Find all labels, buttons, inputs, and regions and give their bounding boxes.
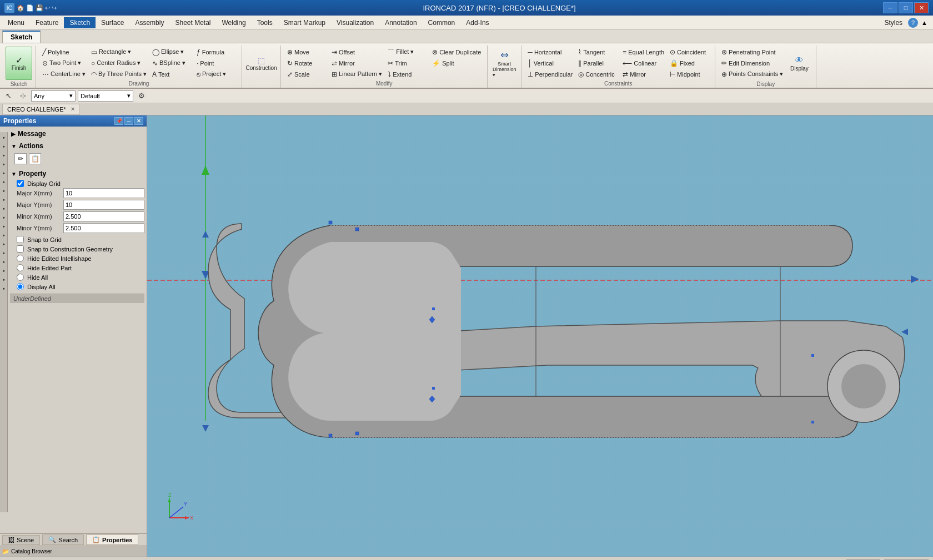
select2-button[interactable]: ⊹ (17, 90, 29, 102)
menu-item-tools[interactable]: Tools (252, 17, 278, 28)
mirror-button[interactable]: ⇌Mirror (329, 58, 385, 68)
action-copy-button[interactable]: 📋 (29, 153, 41, 164)
menu-item-sheetmetal[interactable]: Sheet Metal (169, 17, 216, 28)
mirror-constraint-button[interactable]: ⇄Mirror (620, 69, 667, 79)
project-button[interactable]: ⎋Project ▾ (194, 69, 238, 79)
scale-button[interactable]: ⤢Scale (284, 69, 329, 79)
pin-button[interactable]: 📌 (114, 117, 123, 125)
smart-dimension-button[interactable]: ⇔ Smart Dimension ▾ (491, 47, 518, 80)
tool-16[interactable]: ● (0, 266, 8, 274)
ribbon-tab-sketch[interactable]: Sketch (2, 31, 41, 43)
tool-8[interactable]: ● (0, 195, 8, 203)
split-button[interactable]: ⚡Split (429, 58, 484, 68)
viewport[interactable]: X Y (147, 115, 933, 557)
horizontal-button[interactable]: ─Horizontal (525, 47, 575, 57)
help-button[interactable]: ? (908, 18, 918, 28)
tool-15[interactable]: ● (0, 258, 8, 265)
panel-close-button[interactable]: ✕ (134, 117, 143, 125)
menu-item-feature[interactable]: Feature (30, 17, 64, 28)
creo-challenge-tab[interactable]: CREO CHALLENGE* ✕ (2, 104, 80, 115)
polyline-button[interactable]: ╱Polyline (39, 47, 88, 57)
menu-item-addins[interactable]: Add-Ins (460, 17, 494, 28)
concentric-button[interactable]: ◎Concentric (575, 69, 620, 79)
major-x-input[interactable] (63, 188, 144, 198)
maximize-button[interactable]: □ (899, 2, 913, 13)
hide-all-row[interactable]: Hide All (12, 273, 144, 282)
close-button[interactable]: ✕ (914, 2, 929, 13)
center-radius-button[interactable]: ○Center Radius ▾ (88, 58, 149, 68)
display-grid-row[interactable]: Display Grid (12, 179, 144, 188)
default-dropdown[interactable]: Default ▾ (78, 90, 133, 102)
message-header[interactable]: ▶ Message (10, 129, 144, 139)
type-dropdown[interactable]: Any ▾ (31, 90, 76, 102)
trim-button[interactable]: ✂Trim (385, 58, 429, 68)
point-button[interactable]: ·Point (194, 58, 238, 68)
menu-item-surface[interactable]: Surface (96, 17, 129, 28)
catalog-browser-bar[interactable]: 📂 Catalog Browser (0, 546, 147, 557)
minor-y-input[interactable] (63, 223, 144, 233)
by-three-points-button[interactable]: ◠By Three Points ▾ (88, 69, 149, 79)
snap-construction-row[interactable]: Snap to Construction Geometry (12, 244, 144, 254)
hide-intellishape-radio[interactable] (17, 255, 24, 262)
menu-item-menu[interactable]: Menu (2, 17, 30, 28)
menu-item-welding[interactable]: Welding (217, 17, 252, 28)
perpendicular-button[interactable]: ⊥Perpendicular (525, 69, 575, 79)
parallel-button[interactable]: ∥Parallel (575, 58, 620, 68)
ellipse-button[interactable]: ◯Ellipse ▾ (149, 47, 194, 57)
snap-grid-checkbox[interactable] (17, 236, 24, 243)
menu-item-annotation[interactable]: Annotation (379, 17, 422, 28)
panel-minimize-button[interactable]: ─ (124, 117, 133, 125)
tool-2[interactable]: ● (0, 142, 8, 150)
centerline-button[interactable]: ⋯CenterLine ▾ (39, 69, 88, 79)
vertical-button[interactable]: │Vertical (525, 58, 575, 68)
menu-item-styles[interactable]: Styles (879, 17, 908, 28)
scene-tab[interactable]: 🖼 Scene (2, 535, 40, 545)
tool-6[interactable]: ● (0, 178, 8, 185)
menu-item-sketch[interactable]: Sketch (64, 17, 96, 28)
snap-grid-row[interactable]: Snap to Grid (12, 235, 144, 244)
menu-item-common[interactable]: Common (423, 17, 461, 28)
hide-intellishape-row[interactable]: Hide Edited Intellishape (12, 254, 144, 263)
tool-4[interactable]: ● (0, 160, 8, 168)
close-tab-icon[interactable]: ✕ (71, 106, 75, 112)
tool-12[interactable]: ● (0, 231, 8, 239)
text-button[interactable]: AText (149, 69, 194, 79)
tool-3[interactable]: ● (0, 151, 8, 159)
properties-tab[interactable]: 📋 Properties (86, 534, 138, 545)
display-all-row[interactable]: Display All (12, 282, 144, 291)
coincident-button[interactable]: ⊙Coincident (667, 47, 711, 57)
move-button[interactable]: ⊕Move (284, 47, 329, 57)
actions-header[interactable]: ▼ Actions (10, 141, 144, 151)
clear-duplicate-button[interactable]: ⊗Clear Duplicate (429, 47, 484, 57)
hide-part-row[interactable]: Hide Edited Part (12, 263, 144, 273)
fillet-button[interactable]: ⌒Fillet ▾ (385, 47, 429, 57)
hide-part-radio[interactable] (17, 264, 24, 271)
tool-10[interactable]: ● (0, 213, 8, 221)
rectangle-button[interactable]: ▭Rectangle ▾ (88, 47, 149, 57)
tool-1[interactable]: ● (0, 133, 8, 141)
tool-14[interactable]: ● (0, 249, 8, 256)
minimize-button[interactable]: ─ (883, 2, 897, 13)
property-header[interactable]: ▼ Property (10, 169, 144, 179)
finish-button[interactable]: ✓ Finish (6, 47, 32, 80)
linear-pattern-button[interactable]: ⊞Linear Pattern ▾ (329, 69, 385, 79)
menu-item-assembly[interactable]: Assembly (129, 17, 169, 28)
two-point-button[interactable]: ⊙Two Point ▾ (39, 58, 88, 68)
tool-5[interactable]: ● (0, 169, 8, 176)
formula-button[interactable]: ƒFormula (194, 47, 238, 57)
colinear-button[interactable]: ⟵Colinear (620, 58, 667, 68)
offset-button[interactable]: ⇥Offset (329, 47, 385, 57)
equal-length-button[interactable]: =Equal Length (620, 47, 667, 57)
edit-dimension-button[interactable]: ✏Edit Dimension (719, 58, 786, 68)
extend-button[interactable]: ⤵Extend (385, 69, 429, 79)
snap-construction-checkbox[interactable] (17, 245, 24, 253)
bspline-button[interactable]: ∿BSpline ▾ (149, 58, 194, 68)
hide-all-radio[interactable] (17, 274, 24, 281)
ribbon-toggle[interactable]: ▲ (918, 19, 931, 26)
minor-x-input[interactable] (63, 211, 144, 221)
display-grid-checkbox[interactable] (17, 180, 24, 187)
action-edit-button[interactable]: ✏ (14, 153, 27, 164)
menu-item-smartmarkup[interactable]: Smart Markup (278, 17, 331, 28)
rotate-button[interactable]: ↻Rotate (284, 58, 329, 68)
settings-button[interactable]: ⚙ (136, 90, 148, 102)
